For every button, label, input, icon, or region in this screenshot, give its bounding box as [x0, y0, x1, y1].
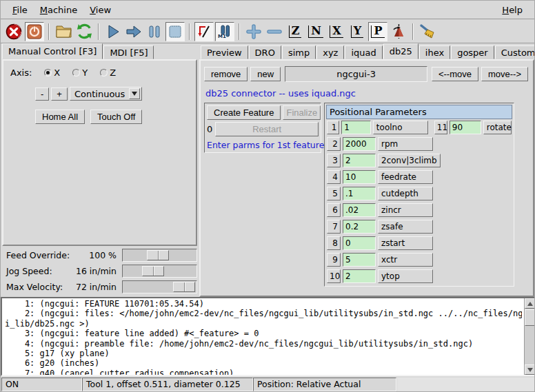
remove-button[interactable]: remove	[204, 67, 248, 81]
move-left-button[interactable]: <--move	[432, 67, 478, 81]
jog-minus-button[interactable]: -	[35, 87, 49, 101]
clear-plot-button[interactable]	[418, 22, 437, 41]
scrollbar-thumb[interactable]	[525, 309, 535, 326]
param-value-input[interactable]: 0	[343, 236, 376, 250]
param-row: 6 .02 zincr	[326, 202, 512, 218]
tab-ihex[interactable]: ihex	[419, 45, 450, 59]
stop-icon	[168, 24, 183, 39]
rotate-view-button[interactable]	[389, 22, 408, 41]
max-velocity-slider[interactable]	[122, 280, 197, 293]
menu-help[interactable]: Help	[496, 3, 529, 17]
param-row: 1 1 toolno 11 90 rotate	[326, 119, 512, 136]
restart-count: 0	[207, 124, 212, 134]
gcode-listing[interactable]: 1: (ngcgui: FEATURE 110701:05.34.54) 2: …	[1, 297, 535, 376]
param-number: 11	[434, 121, 447, 134]
param-name: zstart	[378, 236, 433, 250]
param-value-input[interactable]: 10	[343, 170, 376, 184]
move-right-button[interactable]: move-->	[481, 67, 528, 81]
open-file-button[interactable]	[54, 22, 73, 41]
stop-button[interactable]	[165, 22, 185, 41]
param-name: 2conv|3climb	[378, 154, 441, 167]
step-button[interactable]	[124, 22, 143, 41]
view-z-rotated-button[interactable]: N	[306, 22, 325, 41]
axis-x-radio[interactable]: X	[44, 68, 60, 78]
skip-lines-toggle[interactable]	[194, 22, 214, 41]
param-row: 8 0 zstart	[326, 235, 512, 251]
tool-status: Tool 1, offset 0.511, diameter 0.125	[82, 378, 253, 391]
view-y-button[interactable]: Y	[347, 22, 367, 41]
menu-machine[interactable]: Machine	[34, 3, 83, 17]
tab-mdi[interactable]: MDI [F5]	[103, 45, 154, 59]
view-x-button[interactable]: X	[327, 22, 346, 41]
pause-button[interactable]	[145, 22, 164, 41]
rotate-view-icon	[391, 23, 407, 39]
toolbar-separator	[189, 23, 190, 40]
tab-preview[interactable]: Preview	[201, 45, 248, 59]
run-button[interactable]	[103, 22, 123, 41]
menu-bar: File Machine View Help	[1, 1, 534, 19]
new-button[interactable]: new	[250, 67, 281, 81]
estop-button[interactable]	[4, 22, 23, 41]
tab-simp[interactable]: simp	[282, 45, 316, 59]
param-value-input[interactable]: .02	[343, 203, 376, 217]
tab-xyz[interactable]: xyz	[316, 45, 344, 59]
gcode-text: 1: (ngcgui: FEATURE 110701:05.34.54) 2: …	[5, 299, 522, 375]
view-z-button[interactable]: Z	[285, 22, 305, 41]
axis-z-label: Z	[110, 68, 116, 78]
finalize-button[interactable]: Finalize	[283, 105, 321, 120]
jog-speed-slider[interactable]	[122, 265, 197, 278]
param-value-input[interactable]: 0.2	[343, 220, 376, 234]
param-name: zsafe	[378, 220, 433, 234]
param-row: 3 2 2conv|3climb	[326, 152, 512, 169]
restart-button[interactable]: Restart	[215, 122, 319, 136]
optional-pause-toggle[interactable]: M1	[215, 22, 234, 41]
menu-view[interactable]: View	[83, 3, 117, 17]
touch-off-button[interactable]: Touch Off	[90, 110, 142, 124]
menu-file[interactable]: File	[6, 3, 34, 17]
zoom-in-button[interactable]	[244, 22, 263, 41]
left-tabs: Manual Control [F3] MDI [F5]	[1, 43, 199, 59]
jog-mode-value: Continuous	[74, 89, 125, 99]
param-value-input[interactable]: 90	[450, 121, 481, 134]
zoom-in-icon	[246, 24, 261, 39]
slider-thumb[interactable]	[147, 250, 169, 260]
scroll-up-icon[interactable]	[525, 298, 535, 309]
machine-power-button[interactable]	[25, 22, 44, 41]
view-p-button[interactable]: P	[368, 22, 387, 41]
param-value-input[interactable]: .1	[343, 187, 376, 200]
home-all-button[interactable]: Home All	[35, 110, 85, 124]
console-scrollbar[interactable]	[524, 298, 534, 375]
tab-gosper[interactable]: gosper	[451, 45, 494, 59]
zoom-out-button[interactable]	[265, 22, 284, 41]
tab-dro[interactable]: DRO	[249, 45, 281, 59]
feed-override-slider[interactable]	[122, 249, 197, 262]
param-number: 8	[327, 236, 341, 250]
radio-icon	[44, 69, 52, 76]
param-value-input[interactable]: 5	[343, 253, 376, 267]
scroll-down-icon[interactable]	[525, 364, 535, 375]
param-value-input[interactable]: 2	[343, 154, 376, 167]
param-value-input[interactable]: 2	[343, 269, 376, 283]
create-feature-button[interactable]: Create Feature	[207, 105, 281, 120]
db25-pane: remove new ngcgui-3 <--move move--> db25…	[199, 59, 534, 297]
feed-override-label: Feed Override:	[2, 250, 70, 260]
slider-thumb[interactable]	[142, 266, 164, 276]
axis-y-radio[interactable]: Y	[72, 68, 88, 78]
jog-plus-button[interactable]: +	[51, 87, 68, 101]
param-value-input[interactable]: 1	[341, 121, 371, 134]
slider-thumb[interactable]	[173, 282, 195, 292]
tab-iquad[interactable]: iquad	[345, 45, 382, 59]
tabname-input[interactable]: ngcgui-3	[285, 66, 427, 82]
feature-hint: Enter parms for 1st feature	[207, 140, 319, 150]
max-velocity-row: Max Velocity: 72 in/min	[2, 279, 197, 295]
param-row: 4 10 feedrate	[326, 169, 512, 185]
tab-db25[interactable]: db25	[383, 43, 418, 59]
reload-button[interactable]	[74, 22, 94, 41]
jog-mode-select[interactable]: Continuous	[70, 87, 142, 101]
axis-z-radio[interactable]: Z	[100, 68, 116, 78]
ngcgui-controls: remove new ngcgui-3 <--move move-->	[204, 65, 528, 83]
param-value-input[interactable]: 2000	[343, 137, 376, 151]
gcode-line: 4: (ngcgui: preamble file: /home/john/em…	[5, 339, 522, 349]
tab-custom[interactable]: Custom	[495, 45, 535, 59]
tab-manual-control[interactable]: Manual Control [F3]	[2, 43, 103, 59]
